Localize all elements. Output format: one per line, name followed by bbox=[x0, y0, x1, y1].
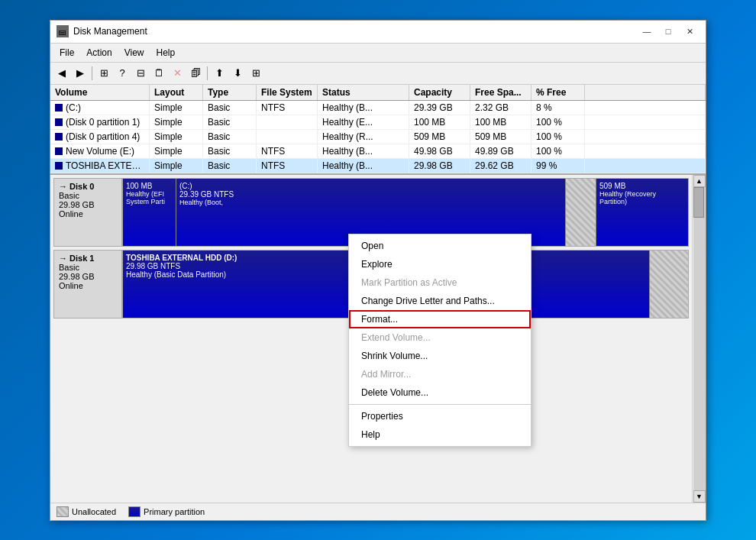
up-button[interactable]: ⬆ bbox=[211, 65, 228, 82]
maximize-button[interactable]: □ bbox=[658, 24, 678, 38]
cell-fs bbox=[257, 115, 318, 129]
part-c-size: 29.39 GB NTFS bbox=[179, 190, 562, 199]
cell-cap: 29.98 GB bbox=[409, 159, 470, 173]
forward-button[interactable]: ▶ bbox=[72, 65, 89, 82]
cell-status: Healthy (B... bbox=[318, 159, 409, 173]
scroll-down-button[interactable]: ▼ bbox=[693, 490, 706, 503]
cm-help[interactable]: Help bbox=[349, 425, 531, 444]
menu-file[interactable]: File bbox=[53, 45, 80, 60]
window-icon: 🖴 bbox=[57, 25, 69, 37]
table-row[interactable]: (Disk 0 partition 1) Simple Basic Health… bbox=[50, 115, 706, 130]
col-header-pct[interactable]: % Free bbox=[531, 85, 585, 100]
cell-pct: 100 % bbox=[531, 115, 585, 129]
cell-free: 509 MB bbox=[470, 130, 531, 144]
refresh-button[interactable]: ⊞ bbox=[247, 65, 264, 82]
back-button[interactable]: ◀ bbox=[53, 65, 70, 82]
cell-layout: Simple bbox=[150, 115, 203, 129]
cell-volume: TOSHIBA EXTERN... bbox=[50, 159, 150, 173]
cm-extend-volume: Extend Volume... bbox=[349, 328, 531, 347]
cell-status: Healthy (B... bbox=[318, 144, 409, 158]
table-row[interactable]: (C:) Simple Basic NTFS Healthy (B... 29.… bbox=[50, 101, 706, 115]
cm-delete-volume[interactable]: Delete Volume... bbox=[349, 383, 531, 402]
col-header-fault[interactable] bbox=[585, 85, 706, 100]
cm-change-drive-letter[interactable]: Change Drive Letter and Paths... bbox=[349, 292, 531, 310]
cell-fault bbox=[585, 101, 706, 115]
partition-unalloc-1 bbox=[650, 251, 688, 318]
table-row[interactable]: TOSHIBA EXTERN... Simple Basic NTFS Heal… bbox=[50, 159, 706, 173]
cell-volume: New Volume (E:) bbox=[50, 144, 150, 158]
cm-mark-partition: Mark Partition as Active bbox=[349, 273, 531, 292]
disk-0-status: Online bbox=[59, 209, 117, 218]
col-header-status[interactable]: Status bbox=[318, 85, 409, 100]
list-button[interactable]: 🗒 bbox=[150, 65, 167, 82]
disk-1-status: Online bbox=[59, 281, 117, 290]
context-menu: Open Explore Mark Partition as Active Ch… bbox=[348, 234, 531, 447]
menu-action[interactable]: Action bbox=[80, 45, 118, 60]
cell-fs bbox=[257, 130, 318, 144]
partition-unalloc-0 bbox=[566, 179, 596, 246]
col-header-type[interactable]: Type bbox=[203, 85, 257, 100]
down-button[interactable]: ⬇ bbox=[229, 65, 246, 82]
scrollbar[interactable]: ▲ ▼ bbox=[692, 175, 706, 503]
cell-fs: NTFS bbox=[257, 144, 318, 158]
cell-volume: (C:) bbox=[50, 101, 150, 115]
col-header-layout[interactable]: Layout bbox=[150, 85, 203, 100]
copy-button[interactable]: 🗐 bbox=[187, 65, 204, 82]
cm-open[interactable]: Open bbox=[349, 237, 531, 255]
title-bar: 🖴 Disk Management — □ ✕ bbox=[50, 21, 706, 44]
part-recovery-label: Healthy (Recovery Partition) bbox=[599, 190, 685, 205]
cell-fault bbox=[585, 130, 706, 144]
cell-cap: 100 MB bbox=[409, 115, 470, 129]
cell-free: 29.62 GB bbox=[470, 159, 531, 173]
part-efi-size: 100 MB bbox=[126, 182, 173, 190]
disk-0-label: → Disk 0 Basic 29.98 GB Online bbox=[53, 178, 122, 247]
col-header-capacity[interactable]: Capacity bbox=[409, 85, 470, 100]
col-header-free[interactable]: Free Spa... bbox=[470, 85, 531, 100]
legend-primary-label: Primary partition bbox=[144, 507, 205, 516]
cm-explore[interactable]: Explore bbox=[349, 255, 531, 273]
partition-recovery[interactable]: 509 MB Healthy (Recovery Partition) bbox=[596, 179, 688, 246]
window-title: Disk Management bbox=[73, 26, 637, 37]
cm-add-mirror: Add Mirror... bbox=[349, 365, 531, 383]
cm-format[interactable]: Format... bbox=[349, 310, 531, 328]
cell-pct: 100 % bbox=[531, 130, 585, 144]
main-content: Volume Layout Type File System Status Ca… bbox=[50, 85, 706, 520]
table-row[interactable]: New Volume (E:) Simple Basic NTFS Health… bbox=[50, 144, 706, 159]
cell-pct: 8 % bbox=[531, 101, 585, 115]
close-button[interactable]: ✕ bbox=[680, 24, 699, 38]
cell-free: 2.32 GB bbox=[470, 101, 531, 115]
cell-layout: Simple bbox=[150, 159, 203, 173]
cell-layout: Simple bbox=[150, 101, 203, 115]
cell-status: Healthy (R... bbox=[318, 130, 409, 144]
menu-help[interactable]: Help bbox=[150, 45, 182, 60]
scroll-track[interactable] bbox=[693, 187, 706, 490]
cell-fault bbox=[585, 159, 706, 173]
help-toolbar-button[interactable]: ? bbox=[114, 65, 131, 82]
cell-status: Healthy (B... bbox=[318, 101, 409, 115]
col-header-volume[interactable]: Volume bbox=[50, 85, 150, 100]
title-controls: — □ ✕ bbox=[637, 24, 699, 38]
partition-efi[interactable]: 100 MB Healthy (EFI System Parti bbox=[123, 179, 176, 246]
cell-cap: 29.39 GB bbox=[409, 101, 470, 115]
toolbar-separator-1 bbox=[92, 66, 92, 80]
cm-properties[interactable]: Properties bbox=[349, 407, 531, 425]
delete-button: ✕ bbox=[169, 65, 186, 82]
minimize-button[interactable]: — bbox=[637, 24, 657, 38]
toolbar-separator-2 bbox=[207, 66, 208, 80]
settings-button[interactable]: ⊟ bbox=[132, 65, 149, 82]
cm-shrink-volume[interactable]: Shrink Volume... bbox=[349, 347, 531, 365]
table-row[interactable]: (Disk 0 partition 4) Simple Basic Health… bbox=[50, 130, 706, 144]
cell-status: Healthy (E... bbox=[318, 115, 409, 129]
volume-table: Volume Layout Type File System Status Ca… bbox=[50, 85, 706, 175]
cell-layout: Simple bbox=[150, 130, 203, 144]
scroll-up-button[interactable]: ▲ bbox=[693, 175, 706, 187]
disk-0-type: Basic bbox=[59, 191, 117, 200]
disk-management-window: 🖴 Disk Management — □ ✕ File Action View… bbox=[50, 20, 706, 521]
col-header-fs[interactable]: File System bbox=[257, 85, 318, 100]
cell-fault bbox=[585, 144, 706, 158]
menu-view[interactable]: View bbox=[118, 45, 150, 60]
cell-fault bbox=[585, 115, 706, 129]
view-button[interactable]: ⊞ bbox=[95, 65, 112, 82]
scroll-thumb[interactable] bbox=[693, 187, 704, 218]
disk-0-name: → Disk 0 bbox=[59, 182, 117, 191]
